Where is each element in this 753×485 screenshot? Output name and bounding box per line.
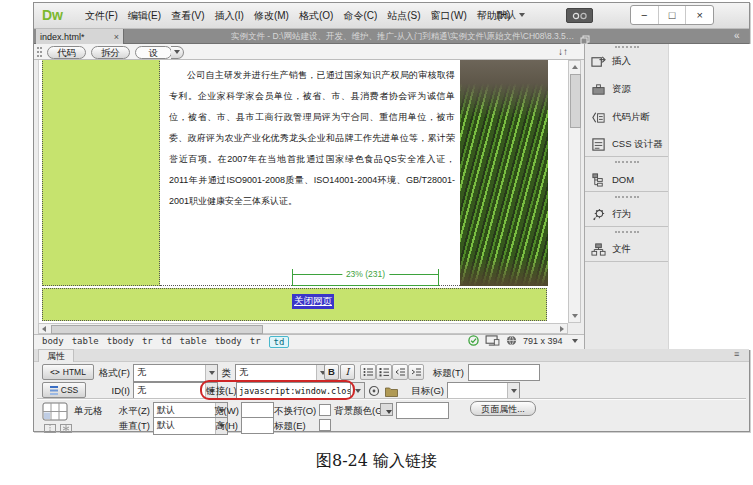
- link-label: 链接(L): [206, 385, 237, 398]
- menu-item-4[interactable]: 修改(M): [249, 9, 294, 23]
- panel-behaviors[interactable]: 行为: [591, 204, 667, 224]
- menu-item-3[interactable]: 插入(I): [209, 9, 248, 23]
- selected-link-text[interactable]: 关闭网页: [292, 294, 334, 309]
- dock-grip[interactable]: [615, 196, 639, 198]
- tag-4[interactable]: td: [159, 336, 178, 348]
- panel-css-designer-label: CSS 设计器: [612, 138, 663, 151]
- table-width-label[interactable]: 23% (231): [342, 269, 389, 279]
- scroll-up-icon[interactable]: [572, 65, 578, 69]
- menu-item-7[interactable]: 站点(S): [382, 9, 425, 23]
- file-transfer-icon[interactable]: ↓↑: [558, 46, 568, 57]
- document-tab[interactable]: index.html* ×: [36, 29, 124, 44]
- vertical-scrollbar[interactable]: [568, 60, 581, 323]
- plant-photo[interactable]: [460, 60, 548, 286]
- tag-1[interactable]: table: [70, 336, 105, 348]
- ordered-list-icon[interactable]: [376, 364, 392, 380]
- panel-snippets[interactable]: 代码片断: [591, 107, 667, 127]
- nowrap-label: 不换行(O): [274, 405, 316, 418]
- tag-7[interactable]: tr: [248, 336, 267, 348]
- header-checkbox[interactable]: [319, 419, 331, 431]
- status-bar-right: 791 x 394: [468, 335, 578, 346]
- maximize-button[interactable]: □: [659, 6, 687, 24]
- bold-button[interactable]: B: [324, 364, 339, 380]
- collapse-panels-icon[interactable]: «: [734, 30, 740, 41]
- globe-icon[interactable]: [506, 335, 517, 346]
- format-label: 格式(F): [92, 367, 130, 380]
- toolbar-grip[interactable]: [37, 47, 42, 57]
- link-input[interactable]: [236, 382, 355, 399]
- cell-section-label: 单元格: [74, 405, 103, 418]
- chevron-down-icon: [174, 50, 180, 54]
- menu-item-5[interactable]: 格式(O): [294, 9, 338, 23]
- format-select[interactable]: 无: [133, 364, 218, 382]
- code-view-button[interactable]: 代码: [47, 46, 86, 59]
- html-mode-button[interactable]: <>HTML: [42, 364, 94, 380]
- tab-close-icon[interactable]: ×: [114, 32, 119, 42]
- menu-item-0[interactable]: 文件(F): [80, 9, 123, 23]
- panel-assets[interactable]: 资源: [591, 79, 667, 99]
- nowrap-checkbox[interactable]: [319, 404, 331, 416]
- properties-tab[interactable]: 属性: [38, 349, 74, 362]
- window-controls: − □ ×: [630, 5, 714, 25]
- link-history-dropdown[interactable]: [350, 382, 365, 399]
- design-view-button[interactable]: 设计: [135, 46, 172, 59]
- properties-header: [34, 349, 749, 362]
- page-properties-button[interactable]: 页面属性...: [470, 401, 536, 416]
- menu-item-8[interactable]: 窗口(W): [426, 9, 472, 23]
- split-cell-icon[interactable]: [60, 419, 72, 437]
- unordered-list-icon[interactable]: [360, 364, 376, 380]
- panel-assets-label: 资源: [612, 83, 631, 96]
- tag-2[interactable]: tbody: [105, 336, 140, 348]
- split-view-button[interactable]: 拆分: [91, 46, 130, 59]
- menu-item-1[interactable]: 编辑(E): [123, 9, 166, 23]
- italic-button[interactable]: I: [340, 364, 355, 380]
- indent-icon[interactable]: [408, 364, 424, 380]
- horizontal-scrollbar[interactable]: [38, 323, 568, 334]
- window-size-icon[interactable]: [485, 335, 500, 346]
- dock-separator: [585, 156, 669, 157]
- chevron-down-icon: [572, 339, 578, 343]
- class-select[interactable]: 无: [235, 364, 329, 382]
- panel-menu-icon[interactable]: ≡: [734, 349, 739, 359]
- close-button[interactable]: ×: [686, 6, 713, 24]
- tag-0[interactable]: body: [40, 336, 70, 348]
- design-view-dropdown[interactable]: [171, 46, 184, 59]
- panel-css-designer[interactable]: CSS 设计器: [591, 134, 667, 154]
- tag-5[interactable]: table: [178, 336, 213, 348]
- design-canvas[interactable]: 公司自主研发并进行生产销售，已通过国家知识产权局的审核取得专利。企业家科学家会员…: [38, 60, 568, 323]
- text-table-cell[interactable]: 公司自主研发并进行生产销售，已通过国家知识产权局的审核取得专利。企业家科学家会员…: [160, 60, 460, 286]
- scroll-right-icon[interactable]: [560, 326, 564, 332]
- outdent-icon[interactable]: [392, 364, 408, 380]
- dock-grip[interactable]: [615, 161, 639, 163]
- merge-cells-icon[interactable]: [44, 419, 56, 437]
- css-mode-button[interactable]: CSS: [42, 382, 86, 398]
- bgcolor-label: 背景颜色(G): [334, 405, 386, 418]
- minimize-button[interactable]: −: [631, 6, 659, 24]
- horizontal-scroll-thumb[interactable]: [51, 325, 263, 334]
- dock-grip[interactable]: [615, 46, 639, 48]
- vertical-value: 默认: [157, 420, 175, 430]
- tag-3[interactable]: tr: [140, 336, 159, 348]
- dock-grip[interactable]: [615, 231, 639, 233]
- workspace-switcher[interactable]: 默认: [496, 8, 525, 22]
- scroll-left-icon[interactable]: [42, 326, 46, 332]
- tag-8[interactable]: td: [269, 336, 290, 348]
- menu-item-6[interactable]: 命令(C): [338, 9, 382, 23]
- height-input[interactable]: [241, 417, 274, 434]
- window-size-value[interactable]: 791 x 394: [523, 336, 563, 346]
- vertical-scroll-thumb[interactable]: [570, 74, 581, 128]
- menu-item-2[interactable]: 查看(V): [166, 9, 209, 23]
- panel-insert-label: 插入: [612, 55, 631, 68]
- scroll-down-icon[interactable]: [572, 314, 578, 318]
- tag-6[interactable]: tbody: [213, 336, 248, 348]
- sync-settings-button[interactable]: [566, 8, 593, 23]
- panel-dom[interactable]: DOM: [591, 169, 667, 189]
- bgcolor-swatch[interactable]: [380, 403, 393, 416]
- bgcolor-input[interactable]: [396, 402, 449, 419]
- title-input[interactable]: [468, 364, 540, 381]
- left-table-cell[interactable]: [42, 60, 160, 286]
- panel-insert[interactable]: 插入: [591, 51, 667, 71]
- panel-files[interactable]: 文件: [591, 239, 667, 259]
- behaviors-icon: [591, 207, 606, 222]
- title-label: 标题(T): [426, 367, 464, 380]
